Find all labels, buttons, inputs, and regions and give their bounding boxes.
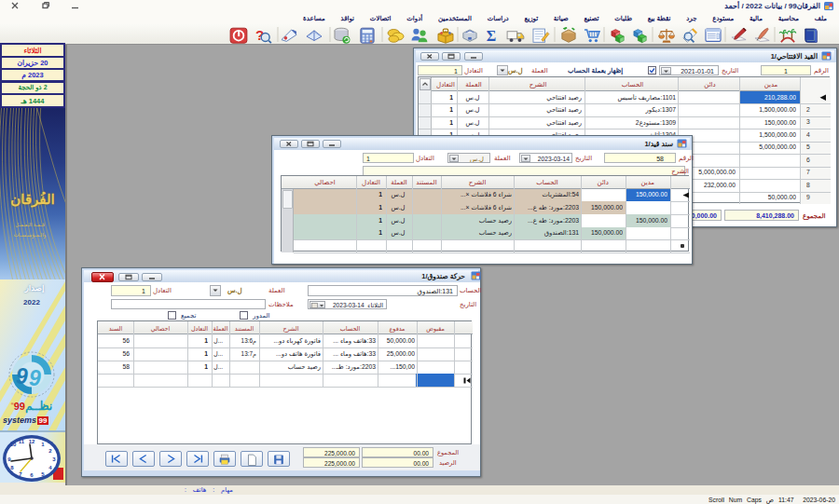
svg-text:Σ: Σ [487,28,496,44]
svg-text:11: 11 [19,439,25,444]
svg-text:10: 10 [10,442,17,447]
svg-text:12: 12 [29,439,35,444]
svg-text:9: 9 [29,366,41,390]
svg-text:9: 9 [16,364,28,388]
